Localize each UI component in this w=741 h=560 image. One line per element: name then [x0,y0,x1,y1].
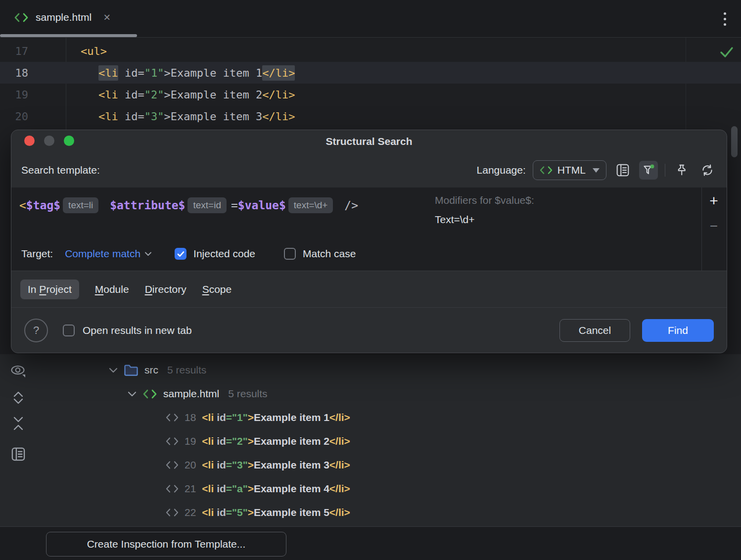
line-number: 20 [0,110,66,123]
target-label: Target: [21,248,53,260]
code-text: <li id="2">Example item 2</li> [66,89,295,101]
toolbar-divider [665,164,665,177]
dialog-title: Structural Search [11,130,727,152]
code-text: <li id="1">Example item 1</li> [66,67,295,79]
code-text: <li id="3">Example item 3</li> [66,110,295,123]
check-icon [177,251,185,257]
match-code: <li id="3">Example item 3</li> [202,459,350,471]
result-count: 5 results [228,388,267,400]
editor-line: 19 <li id="2">Example item 2</li> [0,84,741,105]
code-text: <ul> [66,45,107,57]
cancel-button[interactable]: Cancel [559,319,630,342]
modifier-value[interactable]: Text=\d+ [435,214,534,226]
pin-icon[interactable] [672,161,691,180]
modifier-controls: + − [701,187,726,271]
match-row[interactable]: 18 <li id="1">Example item 1</li> [0,406,741,429]
match-code: <li id="1">Example item 1</li> [202,412,350,423]
inspections-ok-checkmark-icon[interactable] [719,46,734,58]
structural-search-dialog: Structural Search Search template: Langu… [11,130,727,353]
existing-templates-book-icon[interactable] [613,161,632,180]
target-row: Target: Complete match Injected code [21,244,356,264]
editor-scrollbar-thumb[interactable] [731,126,738,157]
find-results-panel: src 5 results sample.html 5 results 18 <… [0,354,741,526]
file-name: sample.html [163,388,219,400]
help-question-icon[interactable]: ? [24,319,48,342]
match-case-checkbox[interactable] [284,248,296,260]
dialog-footer: ? Open results in new tab Cancel Find [11,307,727,353]
refresh-icon[interactable] [698,161,717,180]
open-results-checkbox[interactable] [63,325,75,336]
language-label: Language: [477,164,526,176]
match-code: <li id="a">Example item 4</li> [202,483,350,495]
modifiers-title: Modifiers for $value$: [435,192,534,208]
match-line-number: 20 [185,459,196,471]
code-tag-icon [166,509,179,516]
find-button[interactable]: Find [642,319,714,342]
injected-code-label[interactable]: Injected code [193,248,255,260]
match-line-number: 19 [185,435,196,447]
search-template-label: Search template: [21,164,100,176]
bottom-action-bar: Create Inspection from Template... [0,526,741,560]
line-number: 18 [0,67,66,79]
html-file-icon [14,13,29,22]
target-value: Complete match [65,248,140,260]
target-dropdown[interactable]: Complete match [65,248,152,260]
match-code: <li id="5">Example item 5</li> [202,507,350,518]
code-tag-icon [540,166,553,174]
scope-tab-directory[interactable]: Directory [145,283,186,295]
scope-tab-in-project[interactable]: In Project [20,280,79,299]
add-modifier-button[interactable]: + [702,193,726,208]
chevron-down-icon[interactable] [109,368,118,373]
code-tag-icon [166,461,179,469]
chevron-down-icon[interactable] [128,391,137,397]
code-tag-icon [166,437,179,445]
open-results-label[interactable]: Open results in new tab [83,325,192,336]
match-row[interactable]: 20 <li id="3">Example item 3</li> [0,453,741,477]
html-file-icon [142,389,157,399]
match-line-number: 21 [185,483,196,495]
language-value: HTML [557,164,586,176]
scope-tab-scope[interactable]: Scope [202,283,232,295]
folder-name: src [144,364,158,376]
scope-tabs: In Project Module Directory Scope [11,271,727,307]
tree-row-sample-html[interactable]: sample.html 5 results [0,382,741,406]
modifiers-panel: Modifiers for $value$: Text=\d+ [435,192,534,226]
create-inspection-button[interactable]: Create Inspection from Template... [46,532,286,557]
line-number: 19 [0,89,66,101]
line-number: 17 [0,45,66,57]
language-cluster: Language: HTML [477,160,717,180]
folder-icon [124,364,139,376]
editor-line: 20 <li id="3">Example item 3</li> [0,105,741,127]
search-template-row: Search template: Language: HTML [21,156,717,185]
template-editor-section: <$tag$text=li $attribute$text=id=$value$… [11,187,727,271]
editor-tab-bar: sample.html × [0,0,741,38]
editor-line-current: 18 <li id="1">Example item 1</li> [0,62,741,84]
result-count: 5 results [167,364,206,376]
search-template-input[interactable]: <$tag$text=li $attribute$text=id=$value$… [19,194,358,216]
code-tag-icon [166,414,179,421]
code-tag-icon [166,485,179,493]
tab-close-icon[interactable]: × [103,12,110,22]
match-line-number: 22 [185,507,196,518]
chevron-down-icon [593,168,600,173]
match-row[interactable]: 19 <li id="2">Example item 2</li> [0,429,741,453]
editor-line: 17 <ul> [0,40,741,62]
remove-modifier-button[interactable]: − [702,219,726,233]
match-code: <li id="2">Example item 2</li> [202,435,350,447]
filter-icon[interactable] [639,161,658,180]
match-row[interactable]: 21 <li id="a">Example item 4</li> [0,477,741,501]
tab-title: sample.html [36,11,92,23]
tab-sample-html[interactable]: sample.html × [0,0,122,35]
scope-tab-module[interactable]: Module [95,283,129,295]
ide-window: sample.html × 17 <ul> 18 <li id="1">Exam… [0,0,741,560]
match-row[interactable]: 22 <li id="5">Example item 5</li> [0,501,741,524]
match-line-number: 18 [185,412,196,423]
language-dropdown[interactable]: HTML [533,160,606,180]
chevron-down-icon [144,252,152,256]
tree-row-src-folder[interactable]: src 5 results [0,358,741,382]
match-case-label[interactable]: Match case [303,248,356,260]
kebab-menu-icon[interactable] [720,11,729,27]
injected-code-checkbox[interactable] [175,248,186,260]
